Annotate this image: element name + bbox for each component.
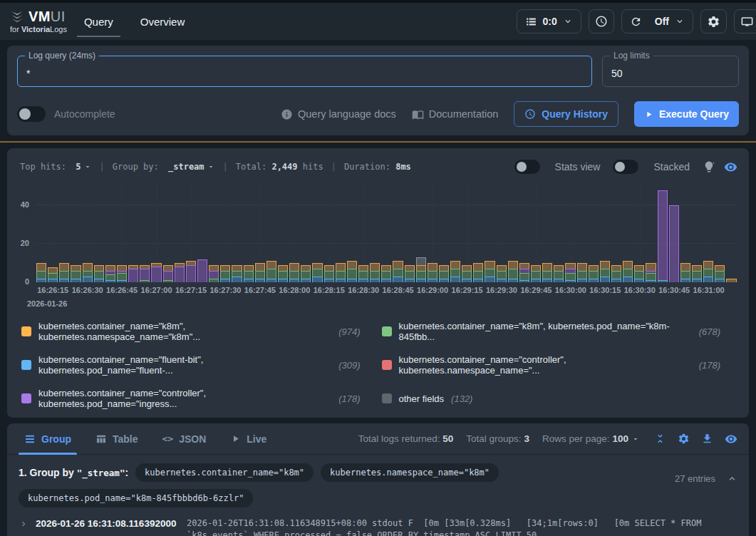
chart-bar[interactable] [508,261,518,282]
chart-bar[interactable] [197,259,207,282]
chart-bar[interactable] [163,265,173,282]
tab-table[interactable]: Table [90,423,144,455]
chart-bar[interactable] [347,261,357,282]
chart-bar[interactable] [715,265,725,282]
autocomplete-toggle[interactable] [17,106,46,122]
tab-query[interactable]: Query [81,3,116,40]
logs-settings-gear-icon[interactable] [678,433,690,445]
chart-bar[interactable] [439,265,449,282]
chart-bar[interactable] [301,265,311,282]
chart-bar[interactable] [128,265,138,282]
chart-bar[interactable] [289,263,299,282]
chart-bar[interactable] [59,263,69,282]
chart-bar[interactable] [600,261,610,282]
chart-bar[interactable] [680,263,690,282]
stream-chip[interactable]: kubernetes.pod_name="k8m-845fbbbd6b-6zzl… [19,489,253,507]
chart-bar[interactable] [220,265,230,282]
tenant-selector[interactable]: 0:0 [517,9,581,34]
chart-bar[interactable] [519,263,529,282]
tab-group[interactable]: Group [19,423,77,455]
chart-bar[interactable] [577,263,587,282]
collapse-group-chevron-icon[interactable] [727,473,737,484]
chart-bar[interactable] [485,261,494,282]
stacked-toggle[interactable] [613,160,638,174]
query-history-button[interactable]: Query History [514,101,618,127]
chart-bar[interactable] [105,265,115,282]
chart-bar[interactable] [381,265,391,282]
settings-button[interactable] [700,9,727,34]
chart-bar[interactable] [542,263,552,282]
chart-bar[interactable] [175,263,185,282]
chart-bar[interactable] [48,267,58,283]
stream-chip[interactable]: kubernetes.container_name="k8m" [135,463,314,482]
chart-bar[interactable] [634,265,644,282]
chart-bar[interactable] [669,205,679,282]
chart-bar[interactable] [497,265,507,282]
chart-bar[interactable] [278,265,288,282]
chart-bar[interactable] [186,261,196,282]
chart-bar[interactable] [232,265,242,282]
legend-item[interactable]: kubernetes.container_name="controller", … [21,388,361,409]
rows-per-page-dropdown[interactable]: Rows per page: 100 [542,433,640,444]
logs-visibility-eye-icon[interactable] [725,433,737,445]
chart-bar[interactable] [393,261,403,282]
chart-bar[interactable] [473,263,483,282]
hints-lightbulb-icon[interactable] [703,160,715,173]
legend-item[interactable]: kubernetes.container_name="controller", … [382,354,721,376]
chart-bar[interactable] [358,265,368,282]
chart-bar[interactable] [589,265,599,282]
log-limits-input[interactable] [603,56,738,86]
documentation-link[interactable]: Documentation [412,108,499,120]
chart-bar[interactable] [71,265,81,282]
legend-item[interactable]: kubernetes.container_name="fluent-bit", … [21,354,361,376]
chart-bar[interactable] [151,263,161,282]
chart-bar[interactable] [554,265,564,282]
chart-bar[interactable] [726,279,736,282]
chart-bar[interactable] [209,265,219,282]
chart-bar[interactable] [83,263,93,282]
chart-bar[interactable] [140,265,150,282]
chart-bar[interactable] [94,265,104,282]
stats-view-toggle[interactable] [514,160,540,174]
group-by-dropdown[interactable]: Group by: _stream [113,162,215,172]
chart-bar[interactable] [36,263,46,282]
execute-query-button[interactable]: Execute Query [634,101,739,127]
log-row[interactable]: 2026-01-26 16:31:08.1163920002026-01-26T… [13,513,743,536]
chart-bar[interactable] [623,261,633,282]
time-range-button[interactable] [589,9,614,34]
chart-bar[interactable] [428,263,437,282]
expand-chevron-icon[interactable] [19,517,36,529]
chart-bar[interactable] [565,263,575,282]
legend-item[interactable]: kubernetes.container_name="k8m", kuberne… [382,321,721,342]
legend-item[interactable]: kubernetes.container_name="k8m", kuberne… [21,321,361,342]
chart-bar[interactable] [531,265,541,282]
chart-bar[interactable] [611,265,621,282]
chart-bar[interactable] [703,261,713,282]
top-hits-dropdown[interactable]: Top hits: 5 [20,162,92,172]
collapse-all-icon[interactable] [654,433,666,445]
chart-bar[interactable] [370,263,380,282]
stream-chip[interactable]: kubernetes.namespace_name="k8m" [321,463,499,482]
log-query-input[interactable] [18,56,591,86]
chart-bar[interactable] [692,265,702,282]
query-language-docs-link[interactable]: Query language docs [281,108,396,120]
display-settings-button[interactable] [734,9,756,34]
chart-bar[interactable] [312,263,322,282]
chart-bar[interactable] [450,261,460,282]
download-icon[interactable] [701,433,713,445]
chart-bar[interactable] [658,190,668,282]
chart-bar[interactable] [646,263,656,282]
chart-bar[interactable] [336,263,346,282]
chart-bar[interactable] [266,261,276,282]
legend-item[interactable]: other fields(132) [382,388,721,409]
autorefresh-control[interactable]: Off [621,9,693,34]
vmui-logo[interactable]: VMUI for VictoriaLogs [10,9,67,34]
tab-live[interactable]: Live [224,423,272,455]
chart-bar[interactable] [324,265,334,282]
chart-visibility-eye-icon[interactable] [724,160,737,174]
chart-bar[interactable] [416,257,426,282]
chart-bar[interactable] [255,263,265,282]
chart-bar[interactable] [244,265,254,282]
tab-json[interactable]: <> JSON [157,423,212,455]
chart-bar[interactable] [405,265,415,282]
